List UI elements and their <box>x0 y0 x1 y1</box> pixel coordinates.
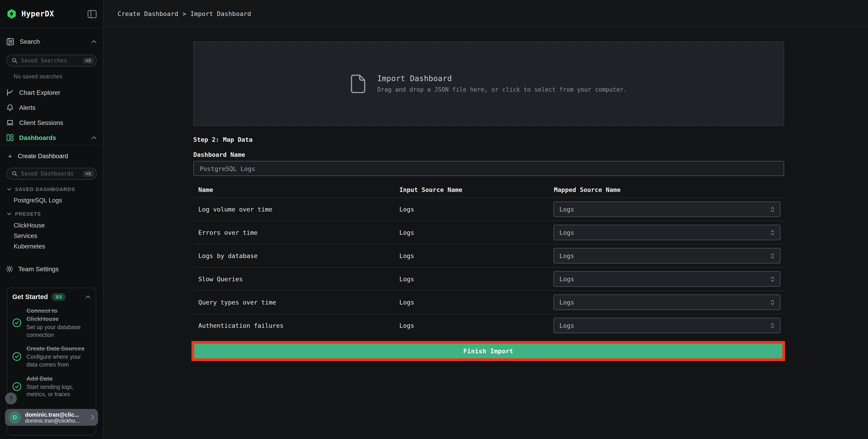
mapped-source-select[interactable]: Logs <box>553 248 780 263</box>
search-placeholder: Saved Searches <box>21 57 83 64</box>
row-name: Authentication failures <box>198 322 284 329</box>
main-area: Create Dashboard>Import Dashboard Import… <box>103 0 868 439</box>
chevron-down-icon <box>7 188 11 191</box>
row-input-source: Logs <box>399 275 414 283</box>
hyperdx-logo-icon <box>6 9 17 19</box>
json-file-dropzone[interactable]: Import Dashboard Drag and drop a JSON fi… <box>193 41 784 126</box>
dropzone-title: Import Dashboard <box>377 74 627 83</box>
mapped-source-select[interactable]: Logs <box>553 201 780 217</box>
get-started-step-sources[interactable]: Create Data Sources Configure where your… <box>12 345 91 369</box>
laptop-icon <box>6 119 14 126</box>
mapped-source-select[interactable]: Logs <box>553 294 780 310</box>
breadcrumb-import-dashboard: Import Dashboard <box>190 10 251 17</box>
mapping-table-body: Log volume over time Logs Logs Errors ov… <box>193 198 784 337</box>
row-input-source: Logs <box>399 252 414 259</box>
saved-dashboards-input[interactable]: Saved Dashboards ⌘K <box>6 168 97 180</box>
chevron-down-icon <box>7 212 11 215</box>
select-chevrons-icon <box>770 276 775 282</box>
row-input-source: Logs <box>399 229 414 236</box>
chevron-up-icon[interactable] <box>91 136 97 139</box>
dashboard-name-label: Dashboard Name <box>193 151 245 158</box>
table-row: Authentication failures Logs Logs <box>193 314 784 337</box>
saved-searches-input[interactable]: Saved Searches ⌘K <box>6 55 97 67</box>
row-name: Logs by database <box>198 252 257 259</box>
get-started-step-connect[interactable]: Connect to ClickHouse Set up your databa… <box>12 307 91 339</box>
sidebar-nav: Chart Explorer Alerts Client Sessions <box>0 85 103 145</box>
import-dashboard-page: Import Dashboard Drag and drop a JSON fi… <box>103 27 868 439</box>
mapped-source-select[interactable]: Logs <box>553 318 780 333</box>
help-button[interactable]: ? <box>5 393 17 404</box>
user-account-button[interactable]: D dominic.tran@clic... dominic.tran@clic… <box>5 409 98 426</box>
check-circle-icon <box>12 352 22 361</box>
saved-dashboard-item[interactable]: PostgreSQL Logs <box>14 195 62 205</box>
collapse-sidebar-button[interactable] <box>88 10 97 18</box>
divider <box>0 145 103 146</box>
breadcrumb: Create Dashboard>Import Dashboard <box>118 10 251 17</box>
check-circle-icon <box>12 382 22 391</box>
preset-item-services[interactable]: Services <box>14 231 37 241</box>
select-chevrons-icon <box>770 253 775 259</box>
sidebar-item-dashboards[interactable]: Dashboards <box>0 130 103 145</box>
sidebar-item-label: Search <box>20 38 40 45</box>
sidebar-item-alerts[interactable]: Alerts <box>0 100 103 115</box>
chevron-right-icon <box>91 414 94 420</box>
row-input-source: Logs <box>399 299 414 306</box>
create-dashboard-button[interactable]: + Create Dashboard <box>6 151 68 161</box>
select-chevrons-icon <box>770 322 775 328</box>
search-icon <box>12 171 17 177</box>
row-name: Query types over time <box>198 299 276 306</box>
search-icon <box>12 58 17 63</box>
check-circle-icon <box>12 318 22 327</box>
row-name: Slow Queries <box>198 275 243 283</box>
shortcut-badge: ⌘K <box>83 57 94 64</box>
preset-item-clickhouse[interactable]: ClickHouse <box>14 220 45 230</box>
table-row: Logs by database Logs Logs <box>193 244 784 268</box>
preset-item-kubernetes[interactable]: Kubernetes <box>14 241 45 251</box>
file-icon <box>350 74 365 93</box>
mapping-table-header: Name Input Source Name Mapped Source Nam… <box>193 185 784 198</box>
sidebar-item-search[interactable]: Search <box>0 35 103 48</box>
row-name: Log volume over time <box>198 206 272 213</box>
user-name: dominic.tran@clic... <box>25 411 91 418</box>
chevron-up-icon[interactable] <box>91 40 97 43</box>
select-chevrons-icon <box>770 206 775 212</box>
select-chevrons-icon <box>770 299 775 305</box>
app-root: HyperDX Search Saved Searches ⌘K <box>0 0 868 439</box>
column-header-input-source: Input Source Name <box>399 186 462 193</box>
dashboard-name-input[interactable]: PostgreSQL Logs <box>193 161 784 176</box>
row-name: Errors over time <box>198 229 257 236</box>
row-input-source: Logs <box>399 206 414 213</box>
no-saved-searches-text: No saved searches <box>14 73 62 80</box>
get-started-step-add-data[interactable]: Add Data Start sending logs, metrics, or… <box>12 375 91 399</box>
sidebar-item-client-sessions[interactable]: Client Sessions <box>0 115 103 130</box>
sidebar: HyperDX Search Saved Searches ⌘K <box>0 0 103 439</box>
table-row: Errors over time Logs Logs <box>193 221 784 244</box>
step-label: Step 2: Map Data <box>193 136 253 143</box>
dashboards-icon <box>6 134 14 141</box>
presets-header[interactable]: PRESETS <box>7 210 41 218</box>
sidebar-item-chart-explorer[interactable]: Chart Explorer <box>0 85 103 100</box>
avatar: D <box>9 411 21 424</box>
row-input-source: Logs <box>399 322 414 329</box>
breadcrumb-create-dashboard[interactable]: Create Dashboard <box>118 10 179 17</box>
column-header-mapped-source: Mapped Source Name <box>554 186 621 193</box>
progress-badge: 3/3 <box>52 293 65 301</box>
shortcut-badge: ⌘K <box>83 170 94 177</box>
search-placeholder: Saved Dashboards <box>21 170 83 177</box>
collapse-sidebar-icon <box>88 10 97 18</box>
bell-icon <box>6 104 14 111</box>
finish-import-button[interactable]: Finish Import <box>194 344 782 358</box>
mapped-source-select[interactable]: Logs <box>553 225 780 240</box>
question-mark-icon: ? <box>9 395 13 402</box>
sidebar-item-team-settings[interactable]: Team Settings <box>0 262 103 275</box>
dropzone-subtitle: Drag and drop a JSON file here, or click… <box>377 86 627 93</box>
mapped-source-select[interactable]: Logs <box>553 271 780 287</box>
mapping-table: Name Input Source Name Mapped Source Nam… <box>193 185 784 337</box>
saved-dashboards-header[interactable]: SAVED DASHBOARDS <box>7 185 75 193</box>
chevron-up-icon[interactable] <box>85 295 91 299</box>
logo-row: HyperDX <box>0 0 103 28</box>
column-header-name: Name <box>198 186 213 193</box>
table-row: Slow Queries Logs Logs <box>193 268 784 291</box>
annotation-highlight: Finish Import <box>191 341 785 361</box>
user-email: dominic.tran@clickho... <box>25 418 91 423</box>
